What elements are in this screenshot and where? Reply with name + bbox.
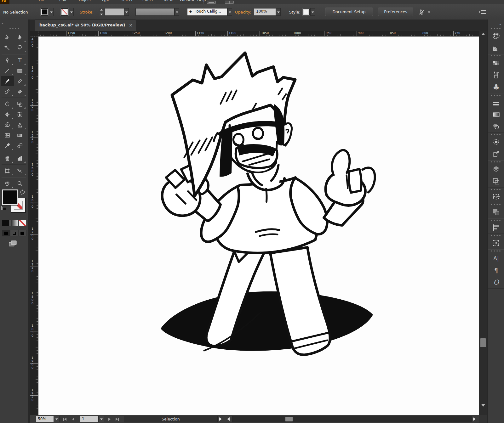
color-mode-none[interactable]: [19, 220, 26, 226]
previous-artboard-icon[interactable]: [72, 417, 75, 421]
magic-wand-tool[interactable]: [1, 42, 14, 53]
opentype-panel-icon[interactable]: O: [488, 276, 504, 288]
lasso-tool[interactable]: [14, 42, 26, 53]
direct-selection-tool[interactable]: [14, 32, 26, 42]
artboards-panel-icon[interactable]: [488, 175, 504, 187]
collapse-dock-icon[interactable]: «: [499, 22, 501, 26]
pen-tool[interactable]: [1, 55, 14, 65]
attributes-panel-icon[interactable]: [488, 237, 504, 249]
brush-definition-dropdown[interactable]: [227, 8, 232, 16]
stroke-panel-icon[interactable]: [488, 97, 504, 109]
arrange-documents-icon[interactable]: [225, 1, 234, 4]
transform-panel-icon[interactable]: [488, 191, 504, 203]
brush-definition-field[interactable]: ● Touch Callig...: [187, 8, 227, 16]
dock-grip[interactable]: [491, 161, 501, 162]
artboard-number-dropdown[interactable]: [99, 416, 104, 422]
style-dropdown[interactable]: [310, 8, 315, 16]
stroke-weight-down[interactable]: [99, 12, 104, 16]
stroke-weight-field[interactable]: [105, 8, 124, 16]
panel-menu-icon[interactable]: [479, 9, 486, 15]
style-swatch[interactable]: [302, 8, 310, 16]
tools-grip[interactable]: [9, 28, 20, 29]
graphic-styles-panel-icon[interactable]: [488, 148, 504, 160]
opacity-field[interactable]: 100%: [254, 8, 276, 16]
stroke-panel-link[interactable]: Stroke:: [80, 10, 94, 15]
artboard-number-field[interactable]: 1: [80, 416, 99, 422]
draw-inside-mode[interactable]: [18, 230, 26, 236]
scroll-left-icon[interactable]: [227, 417, 230, 421]
screen-mode-icon[interactable]: [8, 240, 18, 249]
scroll-up-icon[interactable]: [481, 33, 485, 35]
pencil-tool[interactable]: [14, 76, 26, 86]
column-graph-tool[interactable]: [14, 153, 26, 163]
paintbrush-tool[interactable]: [1, 76, 14, 86]
vertical-scrollbar[interactable]: [479, 31, 487, 415]
color-mode-solid[interactable]: [2, 220, 9, 226]
stroke-color-swatch[interactable]: [60, 8, 69, 16]
stroke-weight-dropdown[interactable]: [124, 8, 129, 16]
menu-file[interactable]: File: [39, 0, 45, 2]
next-artboard-icon[interactable]: [108, 417, 111, 421]
last-artboard-icon[interactable]: [115, 417, 119, 421]
app-logo-icon[interactable]: Ai: [0, 0, 9, 4]
status-display[interactable]: Selection: [124, 416, 218, 422]
gradient-tool[interactable]: [14, 130, 26, 140]
dock-grip[interactable]: [491, 134, 501, 135]
menu-view[interactable]: View: [164, 0, 173, 2]
transparency-panel-icon[interactable]: [488, 121, 504, 133]
slice-tool[interactable]: [14, 166, 26, 176]
draw-normal-mode[interactable]: [2, 230, 10, 236]
selection-tool[interactable]: [1, 32, 14, 42]
symbols-panel-icon[interactable]: ♣: [488, 81, 504, 93]
mesh-tool[interactable]: [1, 130, 14, 140]
line-segment-tool[interactable]: [1, 65, 14, 76]
artboard-tool[interactable]: [1, 166, 14, 176]
scroll-right-icon[interactable]: [473, 417, 476, 421]
menu-effect[interactable]: Effect: [142, 0, 153, 2]
appearance-panel-icon[interactable]: [488, 136, 504, 148]
opacity-dropdown[interactable]: [276, 8, 281, 16]
fill-color-dropdown[interactable]: [49, 8, 54, 16]
color-panel-icon[interactable]: [488, 30, 504, 42]
ruler-origin-corner[interactable]: [30, 31, 38, 37]
pointer-options-dropdown[interactable]: [427, 9, 431, 14]
zoom-level-dropdown[interactable]: [54, 416, 60, 422]
rectangle-tool[interactable]: [14, 65, 26, 76]
scroll-down-icon[interactable]: [481, 404, 485, 407]
eyedropper-tool[interactable]: [1, 140, 14, 151]
opacity-panel-link[interactable]: Opacity:: [235, 10, 251, 15]
gradient-panel-icon[interactable]: [488, 109, 504, 121]
free-transform-tool[interactable]: [14, 109, 26, 120]
dock-grip[interactable]: [491, 189, 501, 190]
status-menu-icon[interactable]: [219, 417, 222, 421]
first-artboard-icon[interactable]: [63, 417, 67, 421]
zoom-level-field[interactable]: 50%: [36, 416, 54, 422]
horizontal-scroll-thumb[interactable]: [285, 417, 293, 421]
default-colors-icon[interactable]: [1, 206, 6, 210]
dock-grip[interactable]: [491, 204, 501, 205]
pathfinder-panel-icon[interactable]: [488, 206, 504, 218]
draw-behind-mode[interactable]: [10, 230, 18, 236]
zoom-tool[interactable]: [14, 178, 26, 189]
dock-grip[interactable]: [491, 95, 501, 96]
bridge-icon[interactable]: [207, 1, 216, 4]
menu-edit[interactable]: Edit: [59, 0, 66, 2]
menu-window[interactable]: Window: [180, 0, 194, 2]
menu-object[interactable]: Object: [79, 0, 91, 2]
symbol-sprayer-tool[interactable]: [1, 153, 14, 163]
swap-fill-stroke-icon[interactable]: [19, 189, 26, 195]
width-tool[interactable]: [1, 109, 14, 120]
preferences-button[interactable]: Preferences: [378, 8, 413, 16]
color-mode-gradient[interactable]: [10, 220, 18, 226]
brushes-panel-icon[interactable]: [488, 69, 504, 81]
dock-grip[interactable]: [491, 28, 501, 29]
dock-grip[interactable]: [491, 220, 501, 221]
paragraph-panel-icon[interactable]: ¶: [488, 264, 504, 276]
document-tab[interactable]: backup_cs6.ai* @ 50% (RGB/Preview) ×: [35, 20, 136, 31]
eraser-tool[interactable]: [14, 86, 26, 97]
type-tool[interactable]: T: [14, 55, 26, 65]
stroke-weight-up[interactable]: [99, 8, 104, 12]
tab-close-icon[interactable]: ×: [129, 20, 133, 31]
blob-brush-tool[interactable]: [1, 86, 14, 97]
fill-color-swatch[interactable]: [40, 8, 49, 16]
